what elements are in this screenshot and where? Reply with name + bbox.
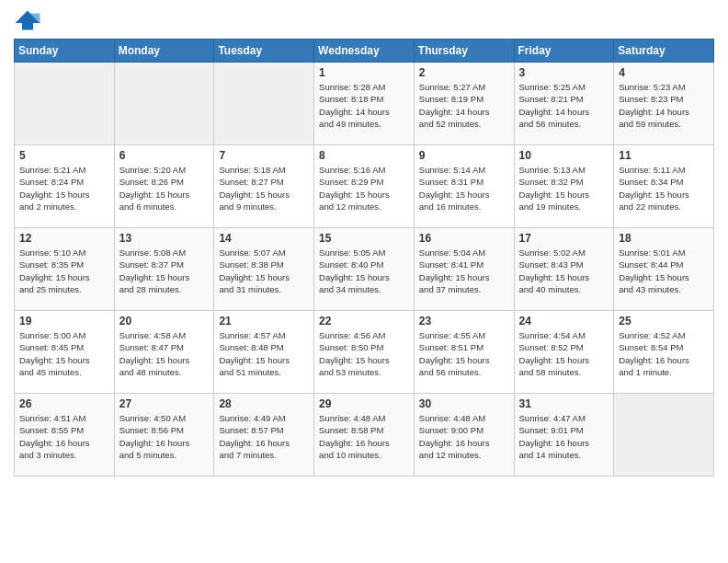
- calendar-cell: 8Sunrise: 5:16 AM Sunset: 8:29 PM Daylig…: [314, 145, 415, 228]
- calendar-cell: 24Sunrise: 4:54 AM Sunset: 8:52 PM Dayli…: [514, 311, 614, 394]
- day-info: Sunrise: 4:48 AM Sunset: 9:00 PM Dayligh…: [419, 412, 509, 461]
- day-info: Sunrise: 5:21 AM Sunset: 8:24 PM Dayligh…: [19, 164, 109, 213]
- logo-icon: [14, 9, 41, 31]
- day-header-saturday: Saturday: [614, 40, 714, 63]
- calendar-cell: 18Sunrise: 5:01 AM Sunset: 8:44 PM Dayli…: [614, 228, 714, 311]
- day-number: 26: [19, 397, 109, 410]
- day-number: 13: [119, 232, 210, 245]
- day-info: Sunrise: 5:28 AM Sunset: 8:18 PM Dayligh…: [319, 81, 409, 130]
- calendar-cell: 2Sunrise: 5:27 AM Sunset: 8:19 PM Daylig…: [414, 63, 514, 145]
- calendar-cell: 29Sunrise: 4:48 AM Sunset: 8:58 PM Dayli…: [314, 394, 415, 477]
- day-info: Sunrise: 4:58 AM Sunset: 8:47 PM Dayligh…: [119, 329, 210, 378]
- calendar-cell: 25Sunrise: 4:52 AM Sunset: 8:54 PM Dayli…: [614, 311, 714, 394]
- day-number: 27: [119, 397, 210, 410]
- day-info: Sunrise: 5:02 AM Sunset: 8:43 PM Dayligh…: [519, 247, 609, 295]
- calendar-cell: 22Sunrise: 4:56 AM Sunset: 8:50 PM Dayli…: [314, 311, 415, 394]
- day-number: 3: [519, 66, 609, 79]
- calendar-week-2: 5Sunrise: 5:21 AM Sunset: 8:24 PM Daylig…: [15, 145, 714, 228]
- day-number: 10: [519, 149, 609, 162]
- day-info: Sunrise: 5:20 AM Sunset: 8:26 PM Dayligh…: [119, 164, 210, 213]
- day-number: 11: [619, 149, 709, 162]
- calendar-cell: 12Sunrise: 5:10 AM Sunset: 8:35 PM Dayli…: [15, 228, 115, 311]
- day-number: 20: [119, 315, 210, 327]
- calendar-cell: 6Sunrise: 5:20 AM Sunset: 8:26 PM Daylig…: [114, 145, 214, 228]
- day-info: Sunrise: 5:11 AM Sunset: 8:34 PM Dayligh…: [619, 164, 709, 213]
- day-info: Sunrise: 5:13 AM Sunset: 8:32 PM Dayligh…: [519, 164, 609, 213]
- day-number: 23: [419, 315, 509, 327]
- day-info: Sunrise: 5:04 AM Sunset: 8:41 PM Dayligh…: [419, 247, 509, 295]
- day-info: Sunrise: 5:01 AM Sunset: 8:44 PM Dayligh…: [619, 247, 709, 295]
- calendar-cell: 16Sunrise: 5:04 AM Sunset: 8:41 PM Dayli…: [414, 228, 514, 311]
- calendar-cell: 4Sunrise: 5:23 AM Sunset: 8:23 PM Daylig…: [614, 63, 714, 145]
- calendar-cell: 15Sunrise: 5:05 AM Sunset: 8:40 PM Dayli…: [314, 228, 415, 311]
- day-info: Sunrise: 4:54 AM Sunset: 8:52 PM Dayligh…: [519, 329, 609, 378]
- day-info: Sunrise: 5:27 AM Sunset: 8:19 PM Dayligh…: [419, 81, 509, 130]
- day-number: 5: [19, 149, 109, 162]
- calendar-cell: [614, 394, 714, 477]
- day-info: Sunrise: 5:16 AM Sunset: 8:29 PM Dayligh…: [319, 164, 409, 213]
- day-number: 17: [519, 232, 609, 245]
- day-header-friday: Friday: [514, 40, 614, 63]
- calendar-cell: [114, 63, 214, 145]
- day-info: Sunrise: 5:10 AM Sunset: 8:35 PM Dayligh…: [19, 247, 109, 295]
- calendar-cell: 17Sunrise: 5:02 AM Sunset: 8:43 PM Dayli…: [514, 228, 614, 311]
- calendar-cell: [15, 63, 115, 145]
- calendar-cell: 21Sunrise: 4:57 AM Sunset: 8:48 PM Dayli…: [214, 311, 314, 394]
- calendar-week-4: 19Sunrise: 5:00 AM Sunset: 8:45 PM Dayli…: [15, 311, 714, 394]
- day-number: 19: [19, 315, 109, 327]
- day-info: Sunrise: 4:47 AM Sunset: 9:01 PM Dayligh…: [519, 412, 609, 461]
- day-info: Sunrise: 4:51 AM Sunset: 8:55 PM Dayligh…: [19, 412, 109, 461]
- day-number: 30: [419, 397, 509, 410]
- day-header-monday: Monday: [114, 40, 214, 63]
- day-header-tuesday: Tuesday: [214, 40, 314, 63]
- calendar-week-1: 1Sunrise: 5:28 AM Sunset: 8:18 PM Daylig…: [15, 63, 714, 145]
- day-header-sunday: Sunday: [15, 40, 115, 63]
- calendar-cell: 3Sunrise: 5:25 AM Sunset: 8:21 PM Daylig…: [514, 63, 614, 145]
- day-number: 16: [419, 232, 509, 245]
- day-number: 4: [619, 66, 709, 79]
- calendar-cell: 9Sunrise: 5:14 AM Sunset: 8:31 PM Daylig…: [414, 145, 514, 228]
- day-info: Sunrise: 4:49 AM Sunset: 8:57 PM Dayligh…: [219, 412, 309, 461]
- day-number: 2: [419, 66, 509, 79]
- calendar-cell: [214, 63, 314, 145]
- calendar-cell: 5Sunrise: 5:21 AM Sunset: 8:24 PM Daylig…: [15, 145, 115, 228]
- day-info: Sunrise: 5:25 AM Sunset: 8:21 PM Dayligh…: [519, 81, 609, 130]
- calendar-week-3: 12Sunrise: 5:10 AM Sunset: 8:35 PM Dayli…: [15, 228, 714, 311]
- day-number: 31: [519, 397, 609, 410]
- calendar-cell: 1Sunrise: 5:28 AM Sunset: 8:18 PM Daylig…: [314, 63, 415, 145]
- day-number: 9: [419, 149, 509, 162]
- calendar-cell: 26Sunrise: 4:51 AM Sunset: 8:55 PM Dayli…: [15, 394, 115, 477]
- day-number: 18: [619, 232, 709, 245]
- calendar-table: SundayMondayTuesdayWednesdayThursdayFrid…: [14, 39, 714, 477]
- day-number: 28: [219, 397, 309, 410]
- day-number: 14: [219, 232, 309, 245]
- day-info: Sunrise: 4:50 AM Sunset: 8:56 PM Dayligh…: [119, 412, 210, 461]
- day-number: 29: [319, 397, 409, 410]
- day-number: 8: [319, 149, 409, 162]
- day-number: 1: [319, 66, 409, 79]
- day-info: Sunrise: 5:14 AM Sunset: 8:31 PM Dayligh…: [419, 164, 509, 213]
- calendar-week-5: 26Sunrise: 4:51 AM Sunset: 8:55 PM Dayli…: [15, 394, 714, 477]
- calendar-cell: 27Sunrise: 4:50 AM Sunset: 8:56 PM Dayli…: [114, 394, 214, 477]
- day-info: Sunrise: 5:00 AM Sunset: 8:45 PM Dayligh…: [19, 329, 109, 378]
- calendar-cell: 11Sunrise: 5:11 AM Sunset: 8:34 PM Dayli…: [614, 145, 714, 228]
- day-info: Sunrise: 5:18 AM Sunset: 8:27 PM Dayligh…: [219, 164, 309, 213]
- header: [14, 9, 714, 31]
- calendar-cell: 10Sunrise: 5:13 AM Sunset: 8:32 PM Dayli…: [514, 145, 614, 228]
- day-number: 6: [119, 149, 210, 162]
- logo: [14, 9, 45, 31]
- day-info: Sunrise: 4:57 AM Sunset: 8:48 PM Dayligh…: [219, 329, 309, 378]
- calendar-cell: 7Sunrise: 5:18 AM Sunset: 8:27 PM Daylig…: [214, 145, 314, 228]
- day-number: 15: [319, 232, 409, 245]
- day-info: Sunrise: 4:52 AM Sunset: 8:54 PM Dayligh…: [619, 329, 709, 378]
- day-header-wednesday: Wednesday: [314, 40, 415, 63]
- day-number: 7: [219, 149, 309, 162]
- day-info: Sunrise: 4:56 AM Sunset: 8:50 PM Dayligh…: [319, 329, 409, 378]
- day-number: 24: [519, 315, 609, 327]
- calendar-cell: 28Sunrise: 4:49 AM Sunset: 8:57 PM Dayli…: [214, 394, 314, 477]
- day-info: Sunrise: 5:05 AM Sunset: 8:40 PM Dayligh…: [319, 247, 409, 295]
- day-info: Sunrise: 5:07 AM Sunset: 8:38 PM Dayligh…: [219, 247, 309, 295]
- calendar-header-row: SundayMondayTuesdayWednesdayThursdayFrid…: [15, 40, 714, 63]
- calendar-cell: 20Sunrise: 4:58 AM Sunset: 8:47 PM Dayli…: [114, 311, 214, 394]
- calendar-cell: 19Sunrise: 5:00 AM Sunset: 8:45 PM Dayli…: [15, 311, 115, 394]
